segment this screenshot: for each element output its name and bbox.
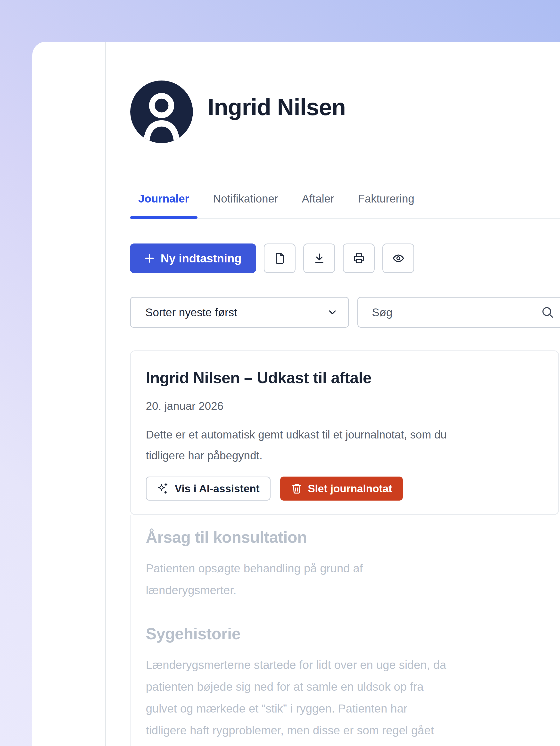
section-text: Lænderygsmerterne startede for lidt over… [146, 654, 550, 746]
plus-icon [143, 252, 156, 265]
person-icon [130, 81, 193, 143]
journal-actions: Ny indtastning [130, 243, 414, 273]
tab-aftaler[interactable]: Aftaler [293, 189, 342, 218]
draft-entry-card: Ingrid Nilsen – Udkast til aftale 20. ja… [130, 350, 559, 515]
tab-fakturering[interactable]: Fakturering [349, 189, 423, 218]
eye-icon [392, 252, 404, 264]
open-ai-assistant-button[interactable]: Vis i AI-assistent [146, 477, 271, 500]
sidebar-divider [105, 42, 106, 746]
section-heading: Årsag til konsultation [146, 528, 550, 546]
chevron-down-icon [327, 307, 338, 318]
search-field [357, 297, 560, 328]
entry-title: Ingrid Nilsen – Udkast til aftale [146, 369, 544, 387]
entry-date: 20. januar 2026 [146, 399, 544, 412]
printer-icon [353, 252, 365, 264]
download-button[interactable] [303, 243, 335, 273]
journal-note-preview: Årsag til konsultation Patienten opsøgte… [130, 515, 559, 746]
new-document-button[interactable] [264, 243, 296, 273]
section-spacer [146, 601, 550, 625]
entry-actions: Vis i AI-assistent Slet journalnotat [146, 477, 544, 500]
tab-notifikationer[interactable]: Notifikationer [205, 189, 286, 218]
file-icon [274, 252, 286, 264]
section-heading: Sygehistorie [146, 625, 550, 643]
page-title: Ingrid Nilsen [208, 94, 345, 120]
patient-tabs: Journaler Notifikationer Aftaler Fakture… [130, 189, 560, 219]
trash-icon [291, 483, 303, 494]
new-entry-button[interactable]: Ny indtastning [130, 243, 256, 273]
section-text: Patienten opsøgte behandling på grund af… [146, 557, 550, 601]
patient-page: Ingrid Nilsen Journaler Notifikationer A… [130, 42, 560, 746]
download-icon [313, 252, 325, 264]
delete-note-button[interactable]: Slet journalnotat [280, 477, 403, 500]
print-button[interactable] [343, 243, 375, 273]
entry-description: Dette er et automatisk gemt udkast til e… [146, 424, 544, 466]
avatar [130, 81, 193, 143]
preview-button[interactable] [383, 243, 414, 273]
search-input[interactable] [357, 297, 560, 328]
active-tab-underline [130, 216, 197, 219]
journal-filters: Sorter nyeste først [130, 297, 560, 328]
sort-select[interactable]: Sorter nyeste først [130, 297, 349, 328]
search-icon [540, 305, 554, 319]
tab-journaler[interactable]: Journaler [130, 189, 197, 218]
sparkles-icon [157, 482, 169, 495]
